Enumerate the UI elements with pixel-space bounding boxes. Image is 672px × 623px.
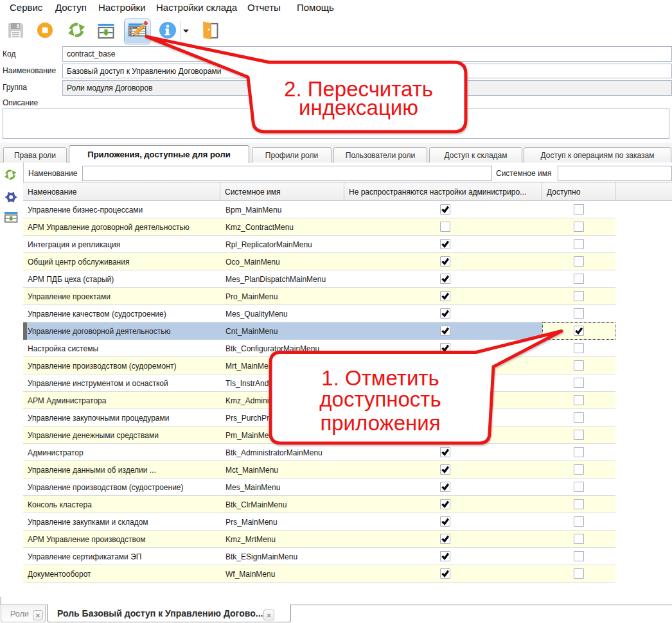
svg-text:приложения: приложения — [320, 411, 440, 435]
svg-text:индексацию: индексацию — [299, 96, 418, 119]
svg-text:1. Отметить: 1. Отметить — [321, 366, 439, 390]
svg-text:доступность: доступность — [319, 387, 441, 411]
